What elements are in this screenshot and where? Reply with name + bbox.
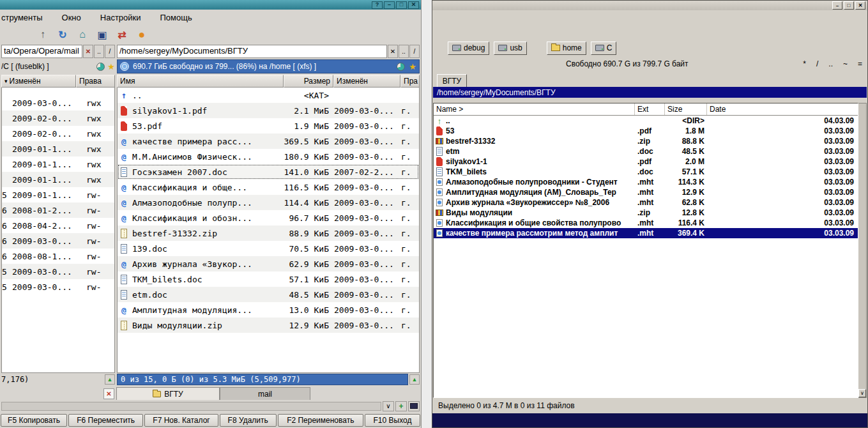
column-header-ext[interactable]: Ext: [635, 103, 665, 115]
file-row[interactable]: TKM_bilets .doc 57.1 K 03.03.09: [434, 167, 858, 177]
minimize-button[interactable]: –: [384, 1, 395, 9]
refresh-icon[interactable]: [56, 27, 70, 42]
disk-usage-icon[interactable]: [96, 63, 105, 71]
file-row[interactable]: Амплитудная модуляция (АМ)_Словарь_Тер .…: [434, 187, 858, 197]
file-row[interactable]: etm.doc 48.5 КиБ 2009-03-0... г.: [118, 287, 419, 302]
file-row[interactable]: Виды модуляции.zip 12.9 КиБ 2009-03-0...…: [118, 317, 419, 333]
left-panel-path-input[interactable]: ta/Opera/Opera/mail: [1, 45, 82, 58]
file-row[interactable]: качестве примера рассмотрим метод амплит…: [434, 228, 858, 238]
file-row[interactable]: Алмазоподобные полупр... 114.4 КиБ 2009-…: [118, 195, 419, 210]
menu-help[interactable]: Помощь: [160, 13, 192, 22]
nav-equal-button[interactable]: =: [853, 59, 867, 68]
minimize-button[interactable]: –: [832, 1, 842, 10]
file-row[interactable]: etm .doc 48.5 K 03.03.09: [434, 146, 858, 157]
file-row[interactable]: 2009-02-0... rwx: [2, 111, 114, 126]
nav-asterisk-button[interactable]: *: [798, 59, 811, 68]
disk-usage-icon[interactable]: [397, 63, 405, 71]
f6-move-button[interactable]: F6 Переместить: [68, 414, 143, 427]
drive-home-button[interactable]: home: [547, 42, 586, 55]
maximize-button[interactable]: □: [844, 1, 854, 10]
file-row[interactable]: Виды модуляции .zip 12.8 K 03.03.09: [434, 208, 858, 218]
right-window-titlebar[interactable]: – □ ✕: [432, 1, 867, 10]
file-row[interactable]: 6 2008-04-2... rw-: [2, 218, 114, 233]
file-row[interactable]: 53.pdf 1.9 МиБ 2009-03-0... г.: [118, 118, 419, 134]
file-row[interactable]: 139.doc 70.5 КиБ 2009-03-0... г.: [118, 241, 419, 256]
home-icon[interactable]: [75, 27, 89, 42]
right-path-root-button[interactable]: /: [409, 45, 420, 58]
left-window-titlebar[interactable]: ? – □ ✕: [0, 0, 421, 10]
file-row[interactable]: silyakov1-1 .pdf 2.0 M 03.03.09: [434, 157, 858, 167]
file-row[interactable]: Классификация и обще... 116.5 КиБ 2009-0…: [118, 180, 419, 195]
file-row[interactable]: Архив журнала «Звукор... 62.9 КиБ 2009-0…: [118, 256, 419, 271]
file-row[interactable]: 5 2009-01-1... rw-: [2, 187, 114, 203]
right-path-up-button[interactable]: ..: [399, 45, 409, 58]
tab-vgtu[interactable]: ВГТУ: [437, 74, 467, 87]
file-row[interactable]: TKM_bilets.doc 57.1 КиБ 2009-03-0... г.: [118, 271, 419, 287]
terminal-toggle-button[interactable]: [408, 401, 420, 411]
file-row[interactable]: silyakov1-1.pdf 2.1 МиБ 2009-03-0... г.: [118, 103, 419, 118]
maximize-button[interactable]: □: [396, 1, 407, 9]
left-path-root-button[interactable]: /: [105, 45, 115, 58]
file-row[interactable]: Госэкзамен 2007.doc 141.0 КиБ 2007-02-2.…: [118, 164, 419, 180]
horizontal-scrollbar[interactable]: [1, 402, 381, 411]
file-row[interactable]: Амплитудная модуляция... 13.0 КиБ 2009-0…: [118, 302, 419, 317]
vertical-scrollbar[interactable]: ∨: [858, 103, 867, 398]
chevron-down-icon[interactable]: ∨: [383, 401, 394, 411]
nav-root-button[interactable]: /: [811, 59, 823, 68]
f8-delete-button[interactable]: F8 Удалить: [220, 414, 277, 427]
file-row[interactable]: 5 2009-03-0... rw-: [2, 264, 114, 279]
close-button[interactable]: ✕: [855, 1, 865, 10]
column-header-name[interactable]: Name >: [434, 103, 635, 115]
menu-window[interactable]: Окно: [62, 13, 81, 22]
column-header-modified[interactable]: Изменён: [333, 75, 400, 88]
menu-tools[interactable]: струменты: [1, 13, 43, 22]
dir-up-icon[interactable]: [36, 27, 50, 42]
menu-settings[interactable]: Настройки: [100, 13, 141, 22]
file-row[interactable]: Алмазоподобные полупроводники - Студент …: [434, 177, 858, 187]
file-row[interactable]: 2009-03-0... rwx: [2, 95, 114, 111]
file-row[interactable]: Архив журнала «Звукорежиссер» №8_2006 .m…: [434, 197, 858, 208]
file-row[interactable]: 6 2008-08-1... rw-: [2, 248, 114, 264]
right-panel-up-button[interactable]: [409, 374, 420, 385]
bookmark-star-icon[interactable]: [107, 63, 115, 71]
file-row[interactable]: bestref-31332.zip 88.9 КиБ 2009-03-0... …: [118, 225, 419, 241]
file-row[interactable]: М.М.Анисимов Физическ... 180.9 КиБ 2009-…: [118, 149, 419, 164]
column-header-permissions[interactable]: Пра: [400, 75, 420, 88]
column-header-date[interactable]: Date: [707, 103, 858, 115]
right-panel-path-input[interactable]: /home/sergey/MyDocuments/ВГТУ: [117, 45, 387, 58]
right-path-clear-button[interactable]: ✕: [388, 45, 398, 58]
file-row[interactable]: 53 .pdf 1.8 M 03.03.09: [434, 126, 858, 136]
close-button[interactable]: ✕: [408, 1, 419, 9]
nav-home-button[interactable]: ~: [838, 59, 853, 68]
help-button[interactable]: ?: [372, 1, 383, 9]
column-header-modified[interactable]: ▾ Изменён: [1, 75, 76, 88]
drive-c-button[interactable]: C: [591, 42, 617, 55]
file-row[interactable]: Классификация и обозн... 96.7 КиБ 2009-0…: [118, 210, 419, 225]
file-row[interactable]: 2009-02-0... rwx: [2, 126, 114, 141]
file-row[interactable]: 6 2009-03-0... rw-: [2, 233, 114, 248]
drive-debug-button[interactable]: debug: [448, 42, 489, 55]
column-header-size[interactable]: Размер: [284, 75, 333, 88]
f2-rename-button[interactable]: F2 Переименовать: [278, 414, 363, 427]
column-header-permissions[interactable]: Права: [76, 75, 115, 88]
left-path-up-button[interactable]: ..: [94, 45, 104, 58]
file-row[interactable]: 6 2008-01-2... rw-: [2, 203, 114, 218]
file-row[interactable]: Классификация и общие свойства полупрово…: [434, 218, 858, 228]
scroll-down-button[interactable]: ∨: [858, 389, 866, 397]
f5-copy-button[interactable]: F5 Копировать: [1, 414, 67, 427]
nav-up-button[interactable]: ..: [823, 59, 838, 68]
f7-mkdir-button[interactable]: F7 Нов. Каталог: [144, 414, 218, 427]
file-row[interactable]: bestref-31332 .zip 88.8 K 03.03.09: [434, 136, 858, 146]
new-tab-button[interactable]: +: [395, 401, 407, 411]
bookmark-star-icon[interactable]: [409, 63, 416, 71]
command-bar[interactable]: [432, 413, 867, 427]
file-row[interactable]: качестве примера расс... 369.5 КиБ 2009-…: [118, 134, 419, 149]
sync-dirs-icon[interactable]: [115, 27, 129, 42]
file-row[interactable]: 5 2009-03-0... rw-: [2, 279, 114, 294]
file-row[interactable]: .. <DIR> 04.03.09: [434, 116, 858, 126]
drive-usb-button[interactable]: usb: [494, 42, 526, 55]
path-bar[interactable]: /home/sergey/MyDocuments/ВГТУ: [433, 87, 867, 98]
close-tab-icon[interactable]: [103, 388, 114, 399]
file-row[interactable]: .. <КАТ>: [118, 88, 419, 103]
file-row[interactable]: 2009-01-1... rwx: [2, 141, 114, 157]
